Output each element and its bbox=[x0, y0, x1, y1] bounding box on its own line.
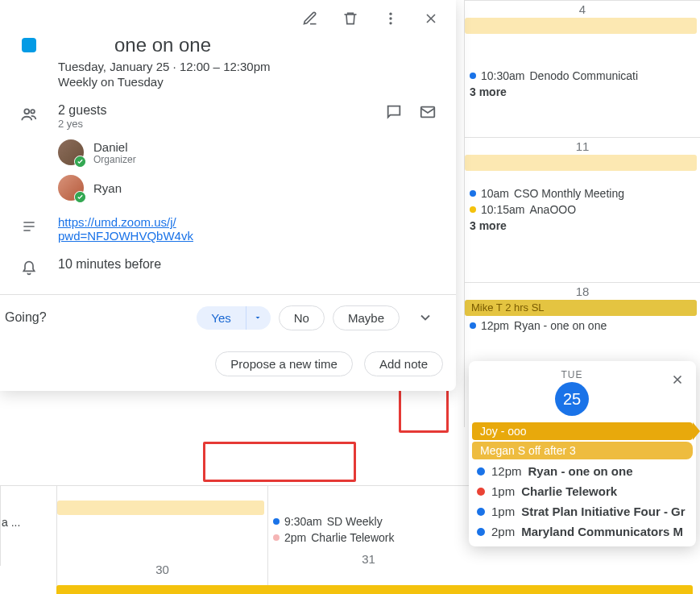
avatar bbox=[58, 175, 84, 201]
day-of-week: TUE bbox=[477, 369, 667, 380]
close-icon[interactable] bbox=[667, 369, 688, 390]
rsvp-yes-dropdown-arrow[interactable] bbox=[246, 306, 271, 330]
rsvp-extra-row: Propose a new time Add note bbox=[0, 340, 456, 391]
rsvp-expand-chevron[interactable] bbox=[408, 303, 443, 332]
event-dot bbox=[477, 488, 485, 496]
guest-item-ryan[interactable]: Ryan bbox=[58, 175, 437, 201]
event-ryan-11[interactable]: 12pm Ryan - one on one bbox=[465, 318, 700, 334]
more-link[interactable]: 3 more bbox=[465, 84, 700, 100]
zoom-link-pwd[interactable]: pwd=NFJOWHVQbW4vk bbox=[58, 229, 193, 243]
description-row: https://umd.zoom.us/j/ pwd=NFJOWHVQbW4vk bbox=[19, 215, 437, 243]
event-time: 10am bbox=[481, 187, 509, 200]
event-dot bbox=[470, 73, 476, 79]
reminder-text: 10 minutes before bbox=[58, 257, 437, 272]
event-dot bbox=[470, 190, 476, 197]
allday-bar bbox=[57, 501, 264, 515]
rsvp-maybe-button[interactable]: Maybe bbox=[333, 305, 400, 330]
svg-point-3 bbox=[24, 109, 29, 114]
allday-bar bbox=[465, 18, 697, 34]
event-anaooo[interactable]: 10:15am AnaOOO bbox=[465, 201, 700, 218]
edit-icon[interactable] bbox=[301, 10, 319, 27]
day-number-circle[interactable]: 25 bbox=[555, 382, 589, 416]
agenda-event[interactable]: 2pmMaryland Communicators M bbox=[469, 521, 696, 542]
event-dot bbox=[470, 322, 476, 329]
overflow-menu-icon[interactable] bbox=[382, 10, 400, 27]
event-title-text: AnaOOO bbox=[529, 203, 576, 216]
event-dot bbox=[273, 518, 280, 525]
guests-row: 2 guests 2 yes bbox=[19, 103, 437, 201]
svg-point-2 bbox=[389, 22, 391, 24]
event-cso[interactable]: 10am CSO Monthly Meeting bbox=[465, 185, 700, 201]
grid-cell-30[interactable]: 30 bbox=[56, 485, 267, 594]
agenda-event-title: Maryland Communicators M bbox=[521, 525, 683, 538]
event-dot bbox=[477, 528, 485, 536]
add-note-button[interactable]: Add note bbox=[364, 351, 443, 376]
avatar bbox=[58, 139, 84, 165]
rsvp-check-icon bbox=[74, 191, 86, 203]
agenda-allday-megan[interactable]: Megan S off after 3 bbox=[472, 442, 693, 459]
guest-yes-count: 2 yes bbox=[58, 118, 106, 130]
propose-new-time-button[interactable]: Propose a new time bbox=[215, 351, 353, 376]
agenda-event[interactable]: 1pmStrat Plan Initiative Four - Gr bbox=[469, 501, 696, 521]
event-dot bbox=[470, 206, 476, 213]
email-icon[interactable] bbox=[419, 103, 437, 121]
event-recurrence: Weekly on Tuesday bbox=[58, 75, 437, 89]
guest-item-daniel[interactable]: Daniel Organizer bbox=[58, 139, 437, 165]
event-time: 10:15am bbox=[481, 203, 524, 216]
bell-icon bbox=[19, 259, 39, 278]
agenda-event[interactable]: 1pmCharlie Telework bbox=[469, 481, 696, 501]
date-4: 4 bbox=[465, 1, 700, 16]
truncated-text: a ... bbox=[2, 516, 20, 529]
agenda-event-time: 1pm bbox=[491, 505, 515, 518]
delete-icon[interactable] bbox=[342, 10, 359, 27]
event-dot bbox=[273, 534, 280, 541]
reminder-row: 10 minutes before bbox=[19, 257, 437, 278]
event-title-text: Ryan - one on one bbox=[514, 319, 607, 332]
zoom-link[interactable]: https://umd.zoom.us/j/ bbox=[58, 215, 176, 229]
bottom-allday-strip bbox=[56, 585, 693, 594]
agenda-event-title: Strat Plan Initiative Four - Gr bbox=[521, 505, 685, 518]
rsvp-yes-button[interactable]: Yes bbox=[197, 306, 246, 330]
chat-icon[interactable] bbox=[385, 103, 403, 121]
event-dot bbox=[477, 508, 485, 516]
guest-name: Ryan bbox=[93, 181, 122, 195]
event-sd-weekly[interactable]: 9:30am SD Weekly bbox=[268, 513, 469, 530]
notes-icon bbox=[19, 217, 39, 236]
event-header-row: one on one Tuesday, January 25 · 12:00 –… bbox=[19, 34, 437, 89]
day-agenda-popup: TUE 25 Joy - ooo Megan S off after 3 12p… bbox=[469, 361, 696, 546]
svg-point-1 bbox=[389, 17, 391, 19]
allday-bar bbox=[465, 155, 697, 171]
agenda-event-time: 12pm bbox=[491, 464, 522, 478]
event-time: 12pm bbox=[481, 319, 509, 332]
allday-mike[interactable]: Mike T 2 hrs SL bbox=[465, 300, 697, 316]
agenda-event-time: 2pm bbox=[491, 525, 515, 538]
agenda-allday-joy[interactable]: Joy - ooo bbox=[472, 422, 693, 440]
event-details-card: one on one Tuesday, January 25 · 12:00 –… bbox=[0, 0, 456, 391]
more-link[interactable]: 3 more bbox=[465, 218, 700, 234]
event-title: one on one bbox=[58, 34, 267, 56]
date-31: 31 bbox=[268, 550, 469, 566]
svg-point-4 bbox=[31, 110, 35, 114]
event-dot bbox=[477, 467, 485, 476]
date-18: 18 bbox=[465, 283, 700, 298]
event-datetime: Tuesday, January 25 · 12:00 – 12:30pm bbox=[58, 60, 437, 73]
rsvp-no-button[interactable]: No bbox=[279, 305, 325, 330]
date-30: 30 bbox=[57, 561, 267, 576]
grid-cell-d4[interactable]: 4 10:30am Denodo Communicati 3 more bbox=[464, 0, 700, 137]
rsvp-yes-split-button[interactable]: Yes bbox=[197, 306, 270, 330]
people-icon bbox=[19, 105, 39, 124]
agenda-event[interactable]: 12pmRyan - one on one bbox=[469, 461, 696, 481]
rsvp-check-icon bbox=[74, 156, 86, 168]
close-icon[interactable] bbox=[422, 10, 440, 27]
rsvp-bar: Going? Yes No Maybe bbox=[0, 294, 456, 340]
event-denodo[interactable]: 10:30am Denodo Communicati bbox=[465, 68, 700, 84]
grid-cell-d11[interactable]: 11 10am CSO Monthly Meeting 10:15am AnaO… bbox=[464, 137, 700, 282]
event-charlie-telework-bg[interactable]: 2pm Charlie Telework bbox=[268, 530, 469, 546]
event-time: 10:30am bbox=[481, 69, 524, 82]
grid-cell-31-mon[interactable]: 9:30am SD Weekly 2pm Charlie Telework 31 bbox=[267, 485, 469, 594]
event-title-text: Denodo Communicati bbox=[529, 69, 638, 82]
card-action-bar bbox=[0, 0, 456, 34]
guest-role: Organizer bbox=[93, 154, 136, 165]
agenda-event-title: Charlie Telework bbox=[521, 484, 617, 498]
agenda-event-title: Ryan - one on one bbox=[528, 464, 633, 478]
